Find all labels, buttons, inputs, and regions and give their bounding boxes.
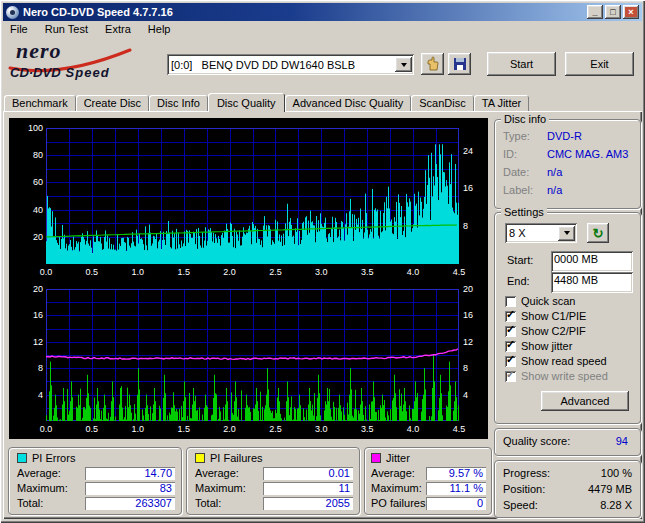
- end-position-label: End:: [507, 275, 530, 287]
- pi-failures-stats-title: PI Failures: [210, 452, 263, 464]
- refresh-icon: ↻: [593, 227, 604, 240]
- menu-help[interactable]: Help: [141, 21, 178, 37]
- progress-label: Progress:: [503, 467, 550, 479]
- disc-label-value: n/a: [547, 184, 562, 196]
- minimize-button[interactable]: _: [587, 5, 603, 19]
- check-icon: ✓: [506, 308, 515, 321]
- drive-select-dropdown-button[interactable]: [395, 57, 412, 72]
- axis-tick-label: 80: [17, 150, 43, 160]
- pi-failures-chart: [46, 289, 459, 421]
- axis-tick-label: 20: [17, 232, 43, 242]
- tab-advanced-disc-quality[interactable]: Advanced Disc Quality: [285, 95, 412, 111]
- jitter-stats-header: Jitter: [371, 452, 410, 464]
- drive-select[interactable]: [0:0] BENQ DVD DD DW1640 BSLB: [167, 54, 414, 75]
- stat-label: Average:: [17, 467, 61, 479]
- checkbox-label: Show C1/PIE: [521, 310, 586, 322]
- menu-file[interactable]: File: [3, 21, 35, 37]
- stat-label: Maximum:: [195, 482, 246, 494]
- axis-tick-label: 1.5: [177, 267, 190, 277]
- pi-errors-stats-title: PI Errors: [32, 452, 75, 464]
- stat-value: 263307: [85, 497, 175, 510]
- stat-value: 11.1 %: [426, 482, 486, 495]
- tab-benchmark[interactable]: Benchmark: [4, 95, 76, 111]
- checkbox-show-c2-pif[interactable]: ✓ Show C2/PIF: [505, 325, 586, 337]
- checkbox-label: Show write speed: [521, 370, 608, 382]
- hand-icon: [425, 56, 441, 72]
- axis-tick-label: 2.5: [269, 267, 282, 277]
- axis-tick-label: 24: [463, 146, 473, 156]
- checkbox-show-c1-pie[interactable]: ✓ Show C1/PIE: [505, 310, 586, 322]
- settings-group: Settings 8 X ↻ Start: 0000 MB End: 4480 …: [494, 212, 641, 424]
- tab-disc-info[interactable]: Disc Info: [149, 95, 208, 111]
- disc-label-label: Label:: [503, 184, 533, 196]
- stat-label: Average:: [371, 467, 415, 479]
- tab-ta-jitter[interactable]: TA Jitter: [474, 95, 530, 111]
- exit-button[interactable]: Exit: [565, 52, 634, 76]
- logo-product-a: CD·DVD: [10, 65, 61, 80]
- checkbox-show-read-speed[interactable]: ✓ Show read speed: [505, 355, 607, 367]
- maximize-button[interactable]: □: [605, 5, 621, 19]
- checkbox-box[interactable]: ✓: [505, 341, 516, 352]
- refresh-button[interactable]: ↻: [587, 223, 609, 243]
- disc-type-value: DVD-R: [547, 130, 582, 142]
- checkbox-show-write-speed[interactable]: ✓ Show write speed: [505, 370, 608, 382]
- axis-tick-label: 8: [17, 363, 43, 373]
- hand-tool-button[interactable]: [421, 53, 444, 75]
- quality-score-value: 94: [616, 435, 628, 447]
- stat-value: 0.01: [263, 467, 353, 480]
- axis-tick-label: 12: [463, 337, 473, 347]
- logo-brand: nero: [16, 38, 62, 64]
- checkbox-box[interactable]: ✓: [505, 371, 516, 382]
- stat-value: 14.70: [85, 467, 175, 480]
- axis-tick-label: 100: [17, 123, 43, 133]
- position-value: 4479 MB: [588, 483, 632, 495]
- speed-select-dropdown-button[interactable]: [558, 226, 575, 241]
- check-icon: ✓: [506, 368, 515, 381]
- end-position-field[interactable]: 4480 MB: [551, 272, 633, 293]
- stat-value: 2055: [263, 497, 353, 510]
- tab-scandisc[interactable]: ScanDisc: [411, 95, 473, 111]
- checkbox-show-jitter[interactable]: ✓ Show jitter: [505, 340, 572, 352]
- stat-label: Total:: [195, 497, 221, 509]
- check-icon: ✓: [506, 323, 515, 336]
- disc-id-label: ID:: [503, 148, 517, 160]
- axis-tick-label: 2.5: [269, 424, 282, 434]
- axis-tick-label: 0.5: [86, 267, 99, 277]
- quality-score-group: Quality score: 94: [494, 428, 641, 456]
- logo-product-b: Speed: [66, 65, 110, 80]
- disc-id-value: CMC MAG. AM3: [547, 148, 628, 160]
- stat-value: 0: [426, 497, 486, 510]
- axis-tick-label: 4.5: [453, 267, 466, 277]
- checkbox-label: Show read speed: [521, 355, 607, 367]
- axis-tick-label: 20: [463, 284, 473, 294]
- checkbox-box[interactable]: ✓: [505, 326, 516, 337]
- status-group: Progress: 100 % Position: 4479 MB Speed:…: [494, 460, 641, 518]
- disc-info-group: Disc info Type: DVD-R ID: CMC MAG. AM3 D…: [494, 119, 641, 209]
- app-disc-icon: [6, 6, 19, 19]
- stat-label: Maximum:: [17, 482, 68, 494]
- checkbox-box[interactable]: ✓: [505, 356, 516, 367]
- checkbox-box[interactable]: ✓: [505, 311, 516, 322]
- menu-extra[interactable]: Extra: [98, 21, 138, 37]
- drive-select-value: [0:0] BENQ DVD DD DW1640 BSLB: [171, 59, 355, 71]
- start-button[interactable]: Start: [487, 52, 556, 76]
- tab-create-disc[interactable]: Create Disc: [76, 95, 149, 111]
- checkbox-box[interactable]: ✓: [505, 296, 516, 307]
- settings-title: Settings: [501, 206, 547, 218]
- window-title: Nero CD-DVD Speed 4.7.7.16: [23, 6, 173, 18]
- menu-run-test[interactable]: Run Test: [38, 21, 95, 37]
- save-button[interactable]: [448, 53, 471, 75]
- speed-select[interactable]: 8 X: [505, 223, 577, 243]
- tab-disc-quality[interactable]: Disc Quality: [208, 93, 285, 112]
- checkbox-quick-scan[interactable]: ✓ Quick scan: [505, 295, 575, 307]
- pi-failures-stats-group: PI Failures Average: 0.01 Maximum: 11 To…: [186, 447, 360, 515]
- jitter-legend-swatch-icon: [371, 453, 381, 463]
- start-position-field[interactable]: 0000 MB: [551, 251, 633, 272]
- jitter-stats-group: Jitter Average: 9.57 % Maximum: 11.1 % P…: [364, 447, 492, 515]
- stat-value: 9.57 %: [426, 467, 486, 480]
- advanced-button[interactable]: Advanced: [541, 391, 629, 411]
- titlebar[interactable]: Nero CD-DVD Speed 4.7.7.16 _ □ ×: [3, 3, 642, 21]
- close-button[interactable]: ×: [623, 5, 639, 19]
- checkbox-label: Show jitter: [521, 340, 572, 352]
- axis-tick-label: 4: [463, 390, 468, 400]
